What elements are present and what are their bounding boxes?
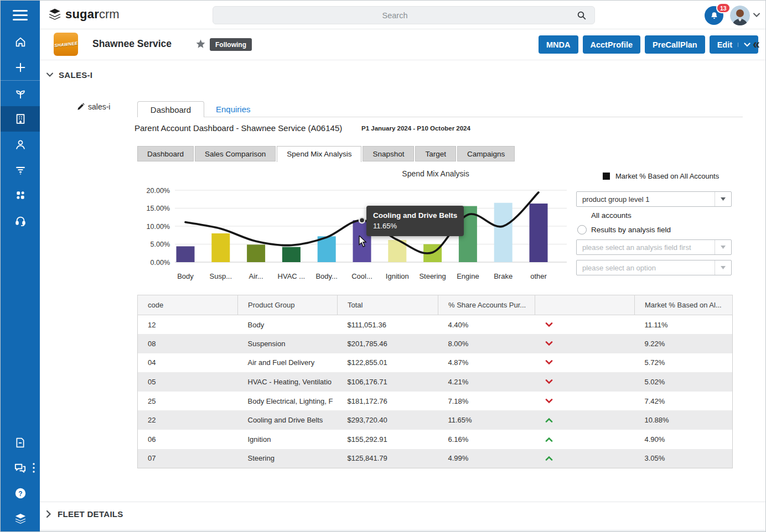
select-caret-icon [715,240,731,254]
product-group-select[interactable]: product group level 1 [576,191,732,207]
table-row-body-electrical-lighting-f[interactable]: 25Body Electrical, Lighting, F$181,172.7… [138,392,733,411]
user-avatar[interactable] [730,6,750,25]
sidebar-item-documents[interactable] [1,430,40,455]
bar-air[interactable] [247,244,265,262]
cell-share: 8.00% [438,334,535,353]
radio-results-by-analysis-field[interactable]: Results by analysis field [577,225,671,234]
cell-trend [535,449,635,468]
tabs-divider [137,117,743,117]
fleet-details-section-header[interactable]: FLEET DETAILS [46,509,123,519]
analysis-field-select[interactable]: please select an analysis field first [576,239,732,255]
table-row-cooling-and-drive-belts[interactable]: 22Cooling and Drive Belts$293,720.4011.6… [138,410,733,430]
column-header-total[interactable]: Total [338,295,438,315]
cell-product-group: Cooling and Drive Belts [238,410,338,430]
sidebar-item-support[interactable] [1,208,40,233]
inner-tab-dashboard[interactable]: Dashboard [137,146,194,161]
option-select[interactable]: please select an option [576,260,732,275]
sidebar-item-create[interactable] [1,55,40,80]
inner-tab-target[interactable]: Target [415,146,456,161]
dashboard-inner-tabs: DashboardSales ComparisonSpend Mix Analy… [137,146,516,162]
sales-i-title: SALES-I [59,70,92,80]
x-axis-label-body: Body [177,272,194,280]
sidebar-item-home[interactable] [1,29,40,55]
account-name: Shawnee Service [92,38,172,50]
cell-total: $122,855.01 [338,353,438,373]
cell-total: $155,292.91 [338,430,438,449]
bar-other[interactable] [530,204,548,262]
chat-bubbles-icon [14,462,27,474]
legend-swatch [603,173,610,180]
precallplan-button[interactable]: PreCallPlan [645,35,705,54]
radio-all-accounts[interactable]: All accounts [577,211,632,220]
column-header-blank[interactable] [535,295,635,315]
user-menu-caret-icon[interactable] [753,12,760,18]
cell-market: 7.42% [635,392,733,411]
search-icon[interactable] [577,11,587,20]
sidebar-item-contacts[interactable] [1,132,40,157]
chart-legend: Market % Based on All Accounts [603,172,719,180]
acctprofile-button[interactable]: AcctProfile [583,35,641,54]
x-axis-label-brake: Brake [494,272,513,280]
inner-tab-sales-comparison[interactable]: Sales Comparison [195,146,276,161]
pencil-icon[interactable] [77,103,85,111]
cell-share: 4.21% [438,372,535,392]
column-header-share-accounts-pur[interactable]: % Share Accounts Pur... [438,295,535,315]
cell-code: 12 [138,315,238,335]
cell-code: 25 [138,392,238,411]
sidebar-item-pipeline[interactable] [1,157,40,182]
cell-market: 10.88% [635,410,733,430]
cell-product-group: Body Electrical, Lighting, F [238,392,338,411]
edit-button[interactable]: Edit [710,35,758,54]
plus-icon [14,61,27,74]
table-row-body[interactable]: 12Body$111,051.364.40%11.11% [138,315,733,335]
kebab-menu-icon[interactable] [31,462,37,473]
tab-dashboard[interactable]: Dashboard [137,101,204,117]
sidebar-item-apps[interactable] [1,182,40,208]
column-header-code[interactable]: code [138,295,238,315]
x-axis-label-engine: Engine [457,272,479,280]
column-header-product-group[interactable]: Product Group [238,295,338,315]
sidebar: ? [1,1,40,532]
mouse-cursor [359,236,368,248]
collapse-panel-icon[interactable]: « [753,36,760,53]
table-row-air-and-fuel-delivery[interactable]: 04Air and Fuel Delivery$122,855.014.87%5… [138,353,733,373]
person-icon [14,138,27,150]
funnel-lines-icon [14,164,27,176]
sugarcrm-logo[interactable]: sugarcrm [48,7,120,22]
hamburger-menu-icon[interactable] [1,1,40,29]
table-row-steering[interactable]: 07Steering$125,841.794.99%3.05% [138,449,733,468]
dashboard-period: P1 January 2024 - P10 October 2024 [361,125,470,132]
following-badge[interactable]: Following [210,38,252,51]
x-axis-label-ignition: Ignition [386,272,409,280]
tab-enquiries[interactable]: Enquiries [216,105,251,114]
inner-tab-snapshot[interactable]: Snapshot [363,146,414,161]
favorite-star-icon[interactable] [195,39,206,49]
bar-susp[interactable] [211,233,230,262]
bar-hvac[interactable] [282,247,301,262]
x-axis-label-susp: Susp... [210,272,232,280]
sidebar-item-leads[interactable] [1,81,40,106]
search-input[interactable] [213,7,577,24]
spend-mix-chart[interactable]: 0.00%5.00%10.00%15.00%20.00%BodySusp...A… [137,182,574,287]
table-row-suspension[interactable]: 08Suspension$201,785.468.00%9.22% [138,334,733,353]
section-divider [40,502,766,502]
bar-brake[interactable] [494,203,513,262]
inner-tab-spend-mix-analysis[interactable]: Spend Mix Analysis [277,146,361,162]
x-axis-label-hvac: HVAC ... [278,272,306,280]
column-header-market-based-on-al[interactable]: Market % Based on Al... [635,295,733,315]
sales-i-section-header[interactable]: SALES-I [46,70,92,80]
cell-trend [535,392,635,411]
edit-caret-icon[interactable] [738,43,751,47]
sidebar-item-sugarcrm[interactable] [1,506,40,531]
trend-down-icon [545,341,553,346]
table-row-ignition[interactable]: 06Ignition$155,292.916.16%4.90% [138,430,733,449]
sidebar-item-accounts[interactable] [1,106,40,132]
bar-body[interactable] [177,246,195,262]
inner-tab-campaigns[interactable]: Campaigns [457,146,515,161]
mnda-button[interactable]: MNDA [539,35,578,54]
table-row-hvac-heating-ventilatio[interactable]: 05HVAC - Heating, Ventilatio$106,176.714… [138,372,733,392]
headset-icon [14,215,27,227]
radio-button[interactable] [577,225,587,234]
x-axis-label-other: other [530,272,547,280]
sidebar-item-help[interactable]: ? [1,481,40,506]
